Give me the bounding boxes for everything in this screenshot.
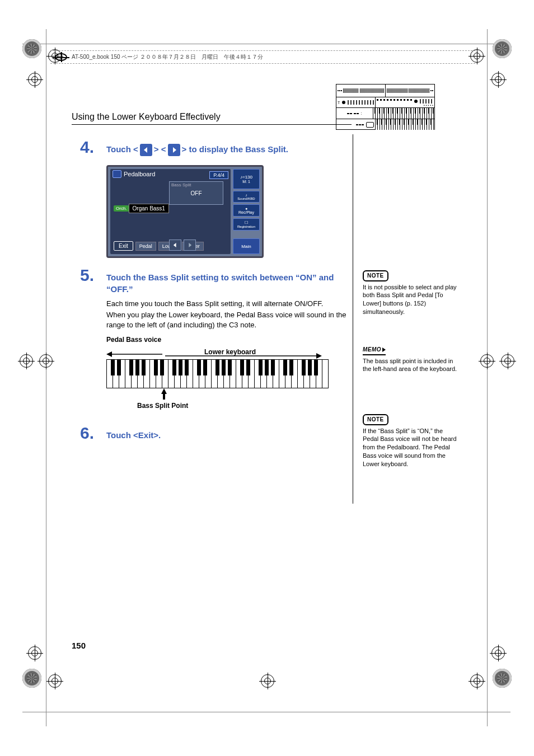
step-5-body1: Each time you touch the Bass Split setti…	[106, 299, 341, 309]
organ-diagram: T • • • • • :	[336, 84, 435, 130]
screen-page-indicator: P.4/4	[209, 171, 228, 179]
header-filename: AT-500_e.book 150 ページ ２００８年７月２８日 月曜日 午後４…	[72, 53, 263, 61]
crosshair-icon	[501, 354, 514, 368]
bass-split-point-label: Bass Split Point	[137, 402, 188, 410]
page-header: AT-500_e.book 150 ページ ２００８年７月２８日 月曜日 午後４…	[50, 50, 478, 64]
crosshair-icon	[39, 354, 53, 368]
exit-button[interactable]: Exit	[114, 241, 133, 251]
sidebar-memo: MEMO The bass split point is included in…	[363, 345, 458, 373]
prev-page-button[interactable]	[169, 240, 181, 251]
sidebar-note-2: NOTE If the “Bass Split” is “ON,” the Pe…	[363, 414, 458, 468]
registration-mark-icon	[493, 669, 512, 688]
step-4-mid: > <	[154, 144, 166, 154]
crop-line	[22, 712, 510, 712]
crosshair-icon	[261, 674, 274, 688]
registration-mark-icon	[22, 39, 41, 58]
crosshair-icon	[491, 646, 505, 660]
registration-mark-icon	[22, 669, 41, 688]
screen-title-text: Pedalboard	[124, 171, 155, 177]
step-6-title: Touch <Exit>.	[106, 429, 341, 441]
rec-play-label: Rec/Play	[234, 210, 259, 214]
crop-line	[46, 29, 46, 726]
section-underline	[72, 124, 352, 125]
registration-button[interactable]: ☐ Registration	[233, 218, 260, 231]
tempo-value: ♪=130	[234, 175, 259, 180]
note-tag: NOTE	[363, 414, 388, 425]
measure-value: M: 1	[234, 180, 259, 184]
step-number-4: 4.	[72, 138, 94, 157]
memo-text: The bass split point is included in the …	[363, 358, 457, 373]
voice-indicator: Orch. Organ Bass1	[114, 204, 169, 213]
next-page-button[interactable]	[184, 240, 196, 251]
pedalboard-icon	[113, 170, 121, 178]
split-point-arrow-icon	[161, 388, 167, 400]
range-arrow-right	[165, 351, 322, 356]
main-button[interactable]: Main	[233, 238, 260, 254]
voice-category: Orch.	[114, 205, 129, 212]
crop-line	[487, 29, 488, 726]
lcd-screenshot: Pedalboard P.4/4 Bass Split OFF Orch. Or…	[106, 165, 264, 258]
side-divider	[353, 134, 353, 504]
memo-tag: MEMO	[363, 346, 386, 355]
rec-play-button[interactable]: ● Rec/Play	[233, 204, 260, 217]
left-arrow-icon	[140, 144, 152, 156]
setting-label: Bass Split	[170, 182, 223, 188]
step-4-text: Touch <> <> to display the Bass Split.	[106, 143, 347, 156]
crosshair-icon	[28, 73, 41, 86]
pedal-bass-voice-label: Pedal Bass voice	[106, 336, 161, 344]
registration-label: Registration	[234, 225, 259, 228]
sound-kbd-label: Sound/KBD	[234, 197, 259, 200]
section-title: Using the Lower Keyboard Effectively	[72, 112, 221, 122]
voice-name: Organ Bass1	[129, 204, 169, 213]
screen-title: Pedalboard	[113, 170, 155, 178]
sidebar-note-1: NOTE It is not possible to select and pl…	[363, 270, 458, 316]
crosshair-icon	[20, 354, 33, 368]
right-arrow-icon	[168, 144, 180, 156]
step-4-suffix: > to display the Bass Split.	[182, 144, 288, 154]
header-mark-icon	[55, 53, 67, 61]
keyboard-graphic	[106, 359, 329, 388]
crop-line	[22, 44, 510, 44]
crosshair-icon	[491, 73, 505, 86]
note-1-text: It is not possible to select and play bo…	[363, 284, 457, 316]
step-5-title: Touch the Bass Split setting to switch b…	[106, 271, 341, 295]
note-2-text: If the “Bass Split” is “ON,” the Pedal B…	[363, 428, 457, 467]
page-number: 150	[72, 641, 86, 650]
crosshair-icon	[470, 674, 484, 688]
bass-split-setting[interactable]: Bass Split OFF	[169, 181, 223, 205]
crosshair-icon	[28, 646, 41, 660]
tab-pedal[interactable]: Pedal	[135, 242, 156, 251]
tempo-display: ♪=130 M: 1	[233, 169, 260, 189]
note-tag: NOTE	[363, 270, 388, 281]
step-5-body2: When you play the Lower keyboard, the Pe…	[106, 310, 347, 330]
crosshair-icon	[48, 674, 62, 688]
crosshair-icon	[480, 354, 494, 368]
sound-kbd-button[interactable]: ♪ Sound/KBD	[233, 191, 260, 203]
step-number-6: 6.	[72, 424, 94, 443]
setting-value: OFF	[170, 190, 223, 196]
step-number-5: 5.	[72, 266, 94, 285]
range-arrow-left	[106, 349, 162, 355]
step-4-prefix: Touch <	[106, 144, 138, 154]
registration-mark-icon	[493, 39, 512, 58]
